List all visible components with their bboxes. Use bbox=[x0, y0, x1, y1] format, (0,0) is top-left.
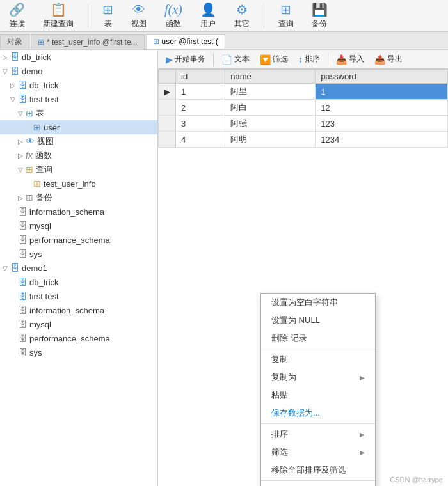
sidebar-label-demo1-first-test: first test bbox=[29, 292, 59, 301]
cell-password[interactable]: 1234 bbox=[316, 132, 448, 148]
arrow-info-schema bbox=[10, 208, 18, 216]
filter-button[interactable]: 🔽 筛选 bbox=[256, 52, 292, 66]
toolbar-other[interactable]: ⚙ 其它 bbox=[230, 1, 253, 31]
begin-transaction-button[interactable]: ▶ 开始事务 bbox=[162, 52, 209, 66]
arrow-db-trick-top: ▷ bbox=[3, 54, 10, 61]
ctx-menu-item[interactable]: 删除 记录 bbox=[261, 329, 375, 347]
ctx-menu-item[interactable]: 复制为▶ bbox=[261, 368, 375, 386]
begin-transaction-label: 开始事务 bbox=[175, 54, 205, 65]
table-group-icon: ⊞ bbox=[26, 108, 33, 118]
cell-password[interactable]: 12 bbox=[316, 100, 448, 116]
toolbar-backup[interactable]: 💾 备份 bbox=[308, 1, 332, 31]
cell-password[interactable]: 1 bbox=[316, 84, 448, 100]
export-icon: 📤 bbox=[374, 54, 385, 65]
ctx-menu-item[interactable]: 设置为空白字符串 bbox=[261, 294, 375, 311]
table-row[interactable]: 4阿明1234 bbox=[159, 132, 448, 148]
table-row[interactable]: 3阿强123 bbox=[159, 116, 448, 132]
filter-label: 筛选 bbox=[273, 54, 288, 65]
sidebar-item-demo1-mysql[interactable]: 🗄 mysql bbox=[0, 317, 157, 331]
toolbar-query[interactable]: ⊞ 查询 bbox=[275, 1, 298, 31]
text-button[interactable]: 📄 文本 bbox=[218, 52, 253, 66]
cell-name[interactable]: 阿白 bbox=[225, 100, 316, 116]
sidebar-item-performance-schema[interactable]: 🗄 performance_schema bbox=[0, 233, 157, 247]
sidebar-label-demo1-db-trick: db_trick bbox=[29, 278, 59, 287]
col-header-name[interactable]: name bbox=[225, 70, 316, 84]
sidebar-item-info-schema[interactable]: 🗄 information_schema bbox=[0, 205, 157, 219]
sidebar-item-backup[interactable]: ▷ ⊞ 备份 bbox=[0, 191, 157, 205]
sidebar-item-demo-db-trick[interactable]: ▷ 🗄 db_trick bbox=[0, 78, 157, 92]
ctx-menu-item[interactable]: 移除全部排序及筛选 bbox=[261, 461, 375, 479]
arrow-demo1-db-trick bbox=[10, 279, 18, 286]
sidebar-label-db-trick-top: db_trick bbox=[22, 52, 51, 62]
table-row[interactable]: ▶1阿里1 bbox=[159, 84, 448, 100]
row-indicator-header bbox=[159, 70, 176, 84]
submenu-arrow-icon: ▶ bbox=[360, 449, 365, 456]
cell-name[interactable]: 阿强 bbox=[225, 116, 316, 132]
ctx-separator bbox=[261, 480, 375, 481]
tab-objects[interactable]: 对象 bbox=[0, 34, 29, 49]
ctx-menu-item[interactable]: 排序▶ bbox=[261, 425, 375, 443]
filter-icon: 🔽 bbox=[260, 54, 271, 65]
sidebar-item-func[interactable]: ▷ fx 函数 bbox=[0, 148, 157, 162]
db-icon-demo1-db-trick: 🗄 bbox=[18, 277, 27, 287]
col-header-password[interactable]: password bbox=[316, 70, 448, 84]
cell-password[interactable]: 123 bbox=[316, 116, 448, 132]
ctx-menu-item[interactable]: 复制 bbox=[261, 350, 375, 368]
sidebar-label-demo1-info-schema: information_schema bbox=[29, 306, 104, 315]
toolbar-user[interactable]: 👤 用户 bbox=[196, 1, 220, 31]
sidebar-item-mysql[interactable]: 🗄 mysql bbox=[0, 219, 157, 233]
toolbar-table[interactable]: ⊞ 表 bbox=[99, 1, 117, 31]
sidebar-item-db-trick-top[interactable]: ▷ 🗄 db_trick bbox=[0, 50, 157, 64]
schema-icon-demo1-sys: 🗄 bbox=[18, 347, 27, 357]
ctx-menu-item[interactable]: 粘贴 bbox=[261, 386, 375, 404]
sidebar-item-demo1-db-trick[interactable]: 🗄 db_trick bbox=[0, 275, 157, 289]
sidebar-item-first-test[interactable]: ▽ 🗄 first test bbox=[0, 92, 157, 106]
sidebar-item-demo1-first-test[interactable]: 🗄 first test bbox=[0, 289, 157, 303]
cell-id[interactable]: 1 bbox=[176, 84, 225, 100]
arrow-demo1-sys bbox=[10, 349, 18, 356]
sidebar-label-biao: 表 bbox=[36, 107, 44, 119]
arrow-demo1: ▽ bbox=[3, 265, 10, 272]
toolbar-view[interactable]: 👁 视图 bbox=[127, 1, 150, 31]
sidebar-item-demo1[interactable]: ▽ 🗄 demo1 bbox=[0, 261, 157, 275]
table-row[interactable]: 2阿白12 bbox=[159, 100, 448, 116]
sort-button[interactable]: ↕ 排序 bbox=[294, 52, 324, 66]
ctx-separator bbox=[261, 349, 375, 349]
context-menu: 设置为空白字符串设置为 NULL删除 记录复制复制为▶粘贴保存数据为...排序▶… bbox=[260, 293, 376, 486]
tab-user-icon: ⊞ bbox=[153, 37, 159, 46]
import-button[interactable]: 📥 导入 bbox=[332, 52, 368, 66]
tab-test-user-info[interactable]: ⊞ * test_user_info @first te... bbox=[31, 34, 145, 49]
sidebar-label-view: 视图 bbox=[37, 136, 54, 147]
cell-id[interactable]: 3 bbox=[176, 116, 225, 132]
func-group-icon: fx bbox=[26, 150, 33, 161]
sidebar-item-demo1-sys[interactable]: 🗄 sys bbox=[0, 345, 157, 359]
ctx-menu-item[interactable]: 保存数据为... bbox=[261, 404, 375, 422]
ctx-menu-item[interactable]: 设置为 NULL bbox=[261, 311, 375, 329]
sidebar-label-test-user-info: test_user_info bbox=[44, 179, 96, 189]
cell-id[interactable]: 4 bbox=[176, 132, 225, 148]
query-group-icon: ⊞ bbox=[26, 164, 33, 175]
sidebar-item-user[interactable]: ⊞ user bbox=[0, 120, 157, 134]
tab-user[interactable]: ⊞ user @first test ( bbox=[146, 34, 225, 49]
col-header-id[interactable]: id bbox=[176, 70, 225, 84]
toolbar-func[interactable]: f(x) 函数 bbox=[161, 1, 186, 31]
ctx-menu-item[interactable]: 筛选▶ bbox=[261, 443, 375, 461]
sidebar-label-mysql: mysql bbox=[29, 221, 51, 231]
sidebar-item-view[interactable]: ▷ 👁 视图 bbox=[0, 134, 157, 148]
cell-name[interactable]: 阿明 bbox=[225, 132, 316, 148]
sidebar-item-query[interactable]: ▽ ⊞ 查询 bbox=[0, 162, 157, 176]
sidebar-item-biao[interactable]: ▽ ⊞ 表 bbox=[0, 106, 157, 120]
toolbar-new-query[interactable]: 📋 新建查询 bbox=[39, 1, 77, 31]
export-label: 导出 bbox=[387, 54, 403, 65]
ctx-menu-item[interactable]: 显示▶ bbox=[261, 482, 375, 486]
schema-icon-info: 🗄 bbox=[18, 207, 27, 217]
export-button[interactable]: 📤 导出 bbox=[371, 52, 406, 66]
cell-id[interactable]: 2 bbox=[176, 100, 225, 116]
sidebar-item-demo1-info-schema[interactable]: 🗄 information_schema bbox=[0, 303, 157, 317]
sidebar-item-sys[interactable]: 🗄 sys bbox=[0, 247, 157, 261]
toolbar-connect[interactable]: 🔗 连接 bbox=[5, 1, 29, 31]
sidebar-item-demo[interactable]: ▽ 🗄 demo bbox=[0, 64, 157, 78]
sidebar-item-test-user-info[interactable]: ⊞ test_user_info bbox=[0, 176, 157, 191]
cell-name[interactable]: 阿里 bbox=[225, 84, 316, 100]
sidebar-item-demo1-performance-schema[interactable]: 🗄 performance_schema bbox=[0, 331, 157, 345]
